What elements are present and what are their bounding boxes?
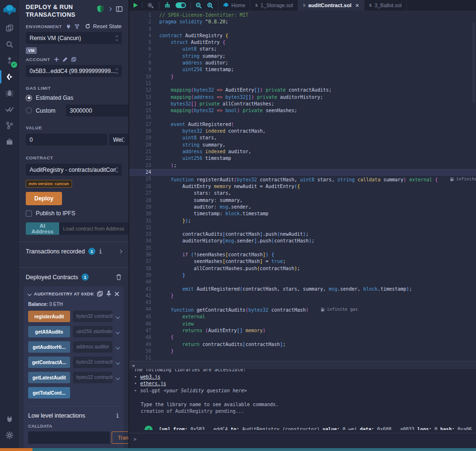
function-args-input[interactable]: bytes32 contractHash, ui: [73, 311, 113, 322]
code-line[interactable]: 33 contractAudits[contractHash].push(new…: [129, 231, 476, 238]
clear-deployed-trash-icon[interactable]: [116, 274, 122, 280]
terminal-prompt-row[interactable]: >: [129, 433, 476, 445]
function-args-input[interactable]: uint256 startIndex, uint2: [73, 326, 113, 337]
copy-account-icon[interactable]: [71, 57, 76, 62]
code-line[interactable]: 5 struct AuditEntry {: [129, 39, 476, 46]
zoom-out-icon[interactable]: [195, 2, 202, 9]
environment-plug-icon[interactable]: [66, 24, 71, 29]
function-button-registerAudit[interactable]: registerAudit: [28, 311, 70, 322]
sidebar-item-file-explorer[interactable]: [0, 20, 19, 36]
code-line[interactable]: 2pragma solidity ^0.8.20;: [129, 19, 476, 25]
at-address-input[interactable]: [59, 222, 129, 235]
code-line[interactable]: 46 view: [129, 321, 476, 327]
environment-select[interactable]: Remix VM (Cancun): [26, 32, 122, 44]
expand-function-chevron-icon[interactable]: [116, 328, 119, 335]
code-line[interactable]: 45 external: [129, 314, 476, 320]
code-line[interactable]: 24: [129, 169, 476, 176]
expand-function-chevron-icon[interactable]: [116, 313, 119, 320]
environment-fork-icon[interactable]: [74, 24, 80, 29]
compile-gears-icon[interactable]: [147, 2, 155, 9]
code-line[interactable]: 18 bytes32 indexed contractHash,: [129, 128, 476, 135]
run-script-play-button[interactable]: [134, 3, 138, 8]
code-line[interactable]: 48 {: [129, 334, 476, 341]
plugin-manager-button[interactable]: [0, 411, 19, 427]
function-button-getAllAudits[interactable]: getAllAudits: [28, 326, 70, 337]
zoom-in-icon[interactable]: [207, 2, 214, 9]
transactions-expand-chevron-icon[interactable]: [118, 250, 122, 253]
code-line[interactable]: 23 );: [129, 162, 476, 169]
function-args-input[interactable]: bytes32 contractHash: [73, 357, 113, 368]
code-editor[interactable]: 1// SPDX-License-Identifier: MIT2pragma …: [129, 10, 476, 361]
transact-button[interactable]: Transact: [112, 431, 129, 444]
code-line[interactable]: 37 seenHashes[contractHash] = true;: [129, 258, 476, 265]
code-line[interactable]: 19 uint8 stars,: [129, 135, 476, 141]
sidebar-item-static-analysis[interactable]: [0, 101, 19, 117]
contract-select[interactable]: AuditRegistry - contracts/auditContr: [26, 164, 122, 176]
sidebar-item-debugger[interactable]: [0, 85, 19, 101]
value-input[interactable]: [26, 134, 107, 146]
transactions-recorded-row[interactable]: Transactions recorded 1 i: [19, 242, 128, 261]
publish-ipfs-checkbox[interactable]: [26, 210, 32, 217]
code-line[interactable]: 49 return contractAudits[contractHash];: [129, 341, 476, 348]
code-line[interactable]: 10 }: [129, 73, 476, 80]
code-line[interactable]: 35: [129, 245, 476, 252]
sidebar-item-plugin[interactable]: [0, 134, 19, 150]
contract-collapse-chevron-icon[interactable]: [28, 292, 31, 296]
code-line[interactable]: 13 mapping(address => bytes32[]) private…: [129, 94, 476, 101]
code-line[interactable]: 16: [129, 114, 476, 121]
copy-address-icon[interactable]: [97, 291, 103, 297]
sign-message-pencil-icon[interactable]: [62, 57, 68, 62]
code-line[interactable]: 7 string summary;: [129, 53, 476, 60]
code-line[interactable]: 1// SPDX-License-Identifier: MIT: [129, 12, 476, 19]
calldata-input[interactable]: [28, 431, 110, 444]
code-line[interactable]: 25 function registerAudit(bytes32 contra…: [129, 176, 476, 183]
expand-function-chevron-icon[interactable]: [116, 374, 119, 381]
code-line[interactable]: 32: [129, 224, 476, 231]
value-unit-select[interactable]: Wei: [109, 134, 128, 146]
function-args-input[interactable]: address auditor: [73, 341, 113, 353]
code-line[interactable]: 41 emit AuditRegistered(contractHash, st…: [129, 286, 476, 293]
close-tab-icon[interactable]: ✕: [355, 3, 359, 8]
code-line[interactable]: 6 uint8 stars;: [129, 46, 476, 52]
code-line[interactable]: 29 auditor: msg.sender,: [129, 204, 476, 210]
tab-auditcontract-sol[interactable]: SauditContract.sol✕: [298, 0, 364, 10]
status-bar-git-segment[interactable]: [0, 448, 32, 451]
function-button-getAuditorHi[interactable]: getAuditorHi...: [28, 341, 70, 353]
code-line[interactable]: 30 timestamp: block.timestamp: [129, 210, 476, 217]
pin-contract-icon[interactable]: [106, 291, 112, 297]
code-line[interactable]: 50 }: [129, 348, 476, 355]
code-line[interactable]: 47 returns (AuditEntry[] memory): [129, 327, 476, 334]
function-args-input[interactable]: bytes32 contractHash: [73, 372, 113, 383]
split-view-icon[interactable]: [116, 6, 123, 12]
code-line[interactable]: 28 summary: summary,: [129, 197, 476, 204]
tab-1-storage-sol[interactable]: S1_Storage.sol: [250, 0, 298, 10]
account-select[interactable]: 0x5B3...eddC4 (99.9999999999...: [26, 65, 122, 77]
copilot-toggle[interactable]: [176, 2, 186, 8]
code-line[interactable]: 39 }: [129, 272, 476, 279]
library-link[interactable]: ethers.js: [140, 380, 166, 388]
pin-panel-chevron-icon[interactable]: [108, 7, 112, 10]
sidebar-item-git[interactable]: [0, 117, 19, 134]
library-link[interactable]: web3.js: [140, 374, 160, 381]
sidebar-item-deploy-run[interactable]: [0, 69, 19, 85]
code-line[interactable]: 17 event AuditRegistered(: [129, 121, 476, 128]
code-line[interactable]: 8 address auditor;: [129, 60, 476, 66]
terminal-header[interactable]: [129, 361, 476, 369]
code-line[interactable]: 38 allContractHashes.push(contractHash);: [129, 265, 476, 272]
tab-3-ballot-sol[interactable]: S3_Ballot.sol: [364, 0, 407, 10]
code-line[interactable]: 34 auditorHistory[msg.sender].push(contr…: [129, 238, 476, 244]
code-line[interactable]: 42 }: [129, 293, 476, 299]
low-level-info-icon[interactable]: i: [116, 412, 119, 419]
sidebar-item-solidity-compiler[interactable]: ✓: [0, 52, 19, 69]
settings-button[interactable]: [0, 427, 19, 443]
code-line[interactable]: 14 bytes32[] private allContractHashes;: [129, 101, 476, 107]
code-line[interactable]: 12 mapping(bytes32 => AuditEntry[]) priv…: [129, 87, 476, 94]
add-account-icon[interactable]: [54, 57, 59, 62]
code-line[interactable]: 26 AuditEntry memory newAudit = AuditEnt…: [129, 183, 476, 190]
code-line[interactable]: 27 stars: stars,: [129, 190, 476, 197]
transactions-info-icon[interactable]: i: [99, 248, 102, 255]
remove-contract-icon[interactable]: [114, 292, 119, 296]
code-line[interactable]: 51: [129, 355, 476, 361]
remix-logo[interactable]: [0, 0, 19, 20]
code-line[interactable]: 36 if (!seenHashes[contractHash]) {: [129, 252, 476, 258]
